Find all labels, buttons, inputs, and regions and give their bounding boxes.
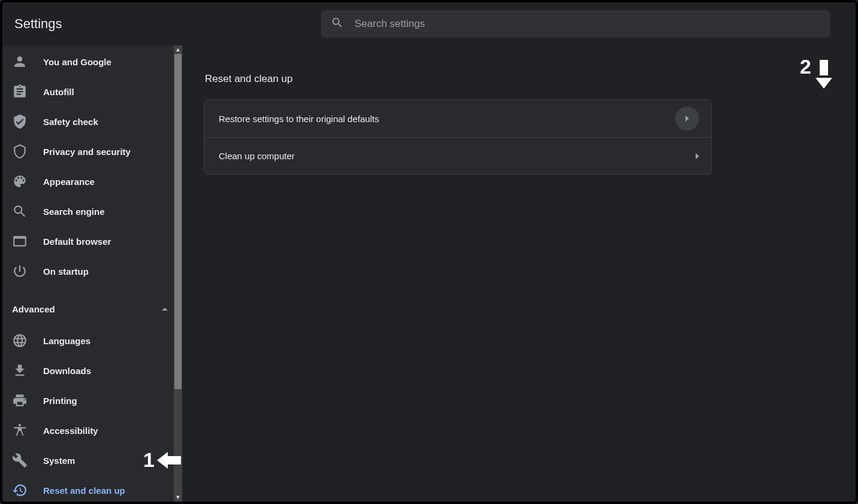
section-title: Reset and clean up [205, 73, 834, 85]
sidebar-item-label: Accessibility [43, 426, 98, 436]
annotation-number: 2 [800, 55, 811, 78]
sidebar-item-default-browser[interactable]: Default browser [2, 226, 182, 256]
sidebar-item-search-engine[interactable]: Search engine [2, 196, 182, 226]
chevron-up-icon [162, 308, 168, 311]
sidebar-item-label: Autofill [43, 87, 74, 97]
search-input[interactable] [355, 18, 821, 30]
palette-icon [12, 174, 28, 189]
browser-icon [12, 233, 28, 249]
restore-icon [12, 482, 28, 498]
row-label: Clean up computer [219, 151, 295, 161]
layout: You and Google Autofill Safety check Pri… [2, 45, 856, 502]
power-icon [12, 263, 28, 279]
scrollbar-thumb[interactable] [174, 54, 182, 389]
sidebar-item-appearance[interactable]: Appearance [2, 166, 182, 196]
download-icon [12, 363, 28, 378]
sidebar-item-label: Appearance [43, 177, 95, 187]
scrollbar-down-icon[interactable]: ▼ [174, 493, 182, 502]
sidebar-item-privacy-security[interactable]: Privacy and security [2, 136, 182, 166]
sidebar-item-label: On startup [43, 266, 89, 277]
search-icon [331, 16, 344, 32]
sidebar-item-safety-check[interactable]: Safety check [2, 107, 182, 136]
page-title: Settings [14, 16, 321, 32]
annotation-number: 1 [143, 448, 155, 472]
sidebar: You and Google Autofill Safety check Pri… [2, 45, 182, 502]
sidebar-item-label: Privacy and security [43, 147, 131, 157]
sidebar-item-label: Default browser [43, 236, 111, 247]
search-box[interactable] [321, 10, 830, 38]
search-wrap [321, 10, 844, 38]
wrench-icon [12, 453, 28, 468]
sidebar-item-you-and-google[interactable]: You and Google [2, 47, 182, 77]
arrow-button[interactable] [675, 107, 699, 130]
arrow-down-icon [817, 60, 830, 89]
sidebar-item-downloads[interactable]: Downloads [2, 356, 182, 385]
main-content: Reset and clean up Restore settings to t… [182, 45, 856, 502]
sidebar-item-label: You and Google [43, 57, 111, 67]
sidebar-item-label: Downloads [43, 366, 91, 376]
sidebar-item-label: System [43, 456, 75, 466]
row-label: Restore settings to their original defau… [219, 114, 379, 124]
sidebar-item-on-startup[interactable]: On startup [2, 256, 182, 286]
sidebar-item-languages[interactable]: Languages [2, 326, 182, 356]
row-restore-defaults[interactable]: Restore settings to their original defau… [204, 100, 711, 137]
reset-cleanup-card: Restore settings to their original defau… [204, 99, 712, 175]
sidebar-scrollbar[interactable]: ▲ ▼ [174, 45, 182, 502]
sidebar-item-reset-cleanup[interactable]: Reset and clean up [2, 475, 182, 502]
chevron-right-icon [685, 116, 689, 122]
search-icon [12, 204, 28, 219]
person-icon [12, 54, 28, 69]
globe-icon [12, 333, 28, 348]
scrollbar-up-icon[interactable]: ▲ [174, 45, 182, 54]
sidebar-item-autofill[interactable]: Autofill [2, 77, 182, 107]
arrow-left-icon [157, 454, 181, 467]
shield-icon [12, 144, 28, 159]
sidebar-advanced-toggle[interactable]: Advanced [2, 292, 182, 326]
sidebar-item-accessibility[interactable]: Accessibility [2, 415, 182, 445]
sidebar-item-label: Languages [43, 336, 90, 346]
sidebar-item-label: Search engine [43, 207, 105, 217]
clipboard-icon [12, 84, 28, 99]
sidebar-item-label: Printing [43, 396, 77, 406]
chevron-right-icon [696, 153, 699, 159]
annotation-2: 2 [800, 55, 830, 89]
accessibility-icon [12, 423, 28, 438]
row-clean-up-computer[interactable]: Clean up computer [204, 137, 711, 174]
shield-check-icon [12, 114, 28, 129]
sidebar-advanced-label: Advanced [12, 304, 55, 314]
sidebar-item-label: Reset and clean up [43, 485, 125, 496]
settings-header: Settings [2, 2, 856, 45]
sidebar-item-printing[interactable]: Printing [2, 385, 182, 415]
print-icon [12, 393, 28, 408]
sidebar-item-label: Safety check [43, 117, 98, 127]
annotation-1: 1 [143, 448, 181, 472]
